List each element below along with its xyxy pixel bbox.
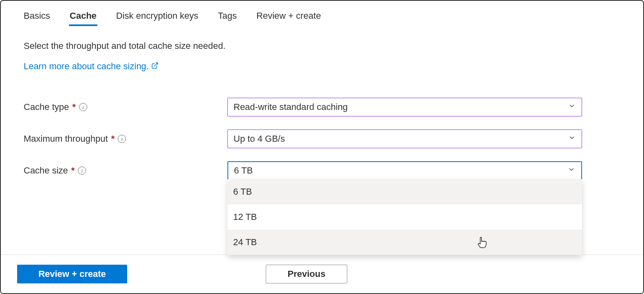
row-cache-type: Cache type * i Read-write standard cachi…	[24, 98, 620, 116]
content-area: Basics Cache Disk encryption keys Tags R…	[1, 1, 643, 180]
tab-disk-encryption-keys[interactable]: Disk encryption keys	[116, 11, 198, 26]
select-cache-type[interactable]: Read-write standard caching	[227, 98, 582, 116]
select-max-throughput[interactable]: Up to 4 GB/s	[227, 129, 582, 148]
label-max-throughput-text: Maximum throughput	[24, 134, 108, 144]
tab-description: Select the throughput and total cache si…	[24, 41, 620, 51]
tab-bar: Basics Cache Disk encryption keys Tags R…	[24, 11, 620, 26]
required-indicator: *	[111, 134, 115, 144]
info-icon[interactable]: i	[78, 167, 86, 175]
label-cache-type-text: Cache type	[24, 102, 69, 112]
select-max-throughput-value: Up to 4 GB/s	[234, 134, 285, 144]
external-link-icon	[151, 61, 159, 72]
label-cache-type: Cache type * i	[24, 102, 227, 112]
chevron-down-icon	[567, 165, 576, 176]
select-cache-size[interactable]: 6 TB 6 TB 12 TB 24 TB	[227, 161, 582, 180]
required-indicator: *	[71, 165, 75, 176]
required-indicator: *	[72, 102, 76, 112]
previous-button[interactable]: Previous	[266, 265, 347, 283]
option-cache-size-6tb[interactable]: 6 TB	[227, 179, 582, 204]
learn-more-link[interactable]: Learn more about cache sizing.	[24, 61, 159, 72]
option-cache-size-24tb-label: 24 TB	[233, 237, 257, 248]
option-cache-size-12tb[interactable]: 12 TB	[227, 204, 582, 230]
learn-more-label: Learn more about cache sizing.	[24, 61, 149, 72]
option-cache-size-24tb[interactable]: 24 TB	[227, 230, 582, 255]
label-cache-size-text: Cache size	[24, 165, 68, 176]
label-cache-size: Cache size * i	[24, 165, 227, 176]
cursor-pointer-icon	[477, 237, 487, 251]
chevron-down-icon	[568, 102, 576, 112]
label-max-throughput: Maximum throughput * i	[24, 134, 227, 144]
tab-basics[interactable]: Basics	[24, 11, 50, 26]
row-max-throughput: Maximum throughput * i Up to 4 GB/s	[24, 129, 620, 148]
review-create-button[interactable]: Review + create	[17, 265, 127, 283]
tab-cache[interactable]: Cache	[70, 11, 97, 26]
select-cache-size-value: 6 TB	[234, 165, 253, 176]
cache-form: Cache type * i Read-write standard cachi…	[24, 98, 620, 180]
info-icon[interactable]: i	[118, 135, 126, 143]
svg-line-0	[154, 63, 157, 66]
footer-bar: Review + create Previous	[1, 255, 643, 293]
dropdown-cache-size: 6 TB 12 TB 24 TB	[227, 179, 582, 255]
select-cache-type-value: Read-write standard caching	[234, 102, 348, 112]
info-icon[interactable]: i	[79, 103, 87, 111]
row-cache-size: Cache size * i 6 TB 6 TB 12 TB 24 TB	[24, 161, 620, 180]
tab-tags[interactable]: Tags	[218, 11, 237, 26]
chevron-down-icon	[568, 134, 576, 144]
tab-review-create[interactable]: Review + create	[256, 11, 321, 26]
page-root: Basics Cache Disk encryption keys Tags R…	[0, 0, 644, 294]
